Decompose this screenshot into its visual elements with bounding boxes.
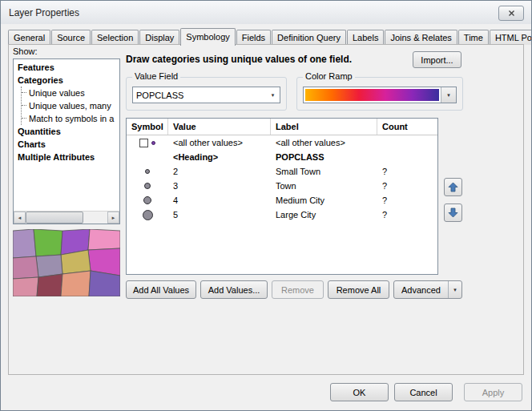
- table-header: Symbol Value Label Count: [127, 119, 437, 135]
- table-action-buttons: Add All Values Add Values... Remove Remo…: [126, 280, 462, 299]
- unique-values-table: Symbol Value Label Count <all other valu…: [126, 118, 438, 275]
- show-label: Show:: [13, 46, 38, 56]
- show-item-match-symbols[interactable]: Match to symbols in a: [22, 112, 119, 125]
- value-field-value: POPCLASS: [133, 91, 266, 100]
- chevron-down-icon[interactable]: ▼: [266, 87, 280, 103]
- apply-button: Apply: [464, 383, 522, 401]
- value-field-combobox[interactable]: POPCLASS ▼: [132, 87, 280, 103]
- table-row-4[interactable]: 4 Medium City ?: [127, 193, 437, 208]
- add-all-values-button[interactable]: Add All Values: [126, 280, 196, 299]
- map-preview: [13, 229, 120, 296]
- show-item-charts[interactable]: Charts: [14, 138, 119, 151]
- show-item-quantities[interactable]: Quantities: [14, 125, 119, 138]
- color-ramp-combobox[interactable]: ▼: [303, 87, 457, 103]
- column-header-count[interactable]: Count: [377, 119, 437, 135]
- tab-html-popup[interactable]: HTML Popup: [490, 30, 532, 45]
- table-row-all-other-values[interactable]: <all other values> <all other values>: [127, 135, 437, 150]
- scrollbar-thumb[interactable]: [26, 212, 83, 224]
- show-item-features[interactable]: Features: [14, 61, 119, 74]
- move-up-button[interactable]: [444, 178, 462, 196]
- tab-source[interactable]: Source: [51, 30, 91, 45]
- color-ramp-group: Color Ramp ▼: [296, 77, 463, 111]
- move-down-button[interactable]: [444, 203, 462, 222]
- show-item-unique-values[interactable]: Unique values: [22, 87, 119, 99]
- layer-properties-dialog: Layer Properties General Source Selectio…: [0, 0, 532, 411]
- show-listbox: Features Categories Unique values Unique…: [13, 58, 120, 224]
- dialog-footer: OK Cancel Apply: [330, 383, 522, 401]
- import-button[interactable]: Import...: [413, 51, 461, 68]
- table-row-2[interactable]: 2 Small Town ?: [127, 164, 437, 179]
- advanced-button[interactable]: Advanced ▼: [393, 280, 462, 299]
- column-header-label[interactable]: Label: [271, 119, 377, 135]
- window-title: Layer Properties: [9, 7, 79, 18]
- categories-children: Unique values Unique values, many Match …: [21, 87, 119, 125]
- color-ramp-preview: [305, 89, 439, 101]
- titlebar[interactable]: Layer Properties: [1, 1, 531, 24]
- symbology-tab-page: Show: Features Categories Unique values …: [8, 44, 524, 375]
- point-symbol-icon[interactable]: [143, 210, 153, 220]
- arrow-down-icon: [448, 208, 458, 218]
- cancel-button[interactable]: Cancel: [394, 383, 453, 401]
- show-item-unique-values-many[interactable]: Unique values, many: [22, 99, 119, 112]
- page-title: Draw categories using unique values of o…: [126, 54, 406, 65]
- color-ramp-label: Color Ramp: [303, 71, 355, 81]
- tab-joins-relates[interactable]: Joins & Relates: [385, 30, 457, 45]
- arrow-up-icon: [448, 182, 458, 192]
- value-field-group: Value Field POPCLASS ▼: [126, 77, 287, 111]
- value-field-label: Value Field: [132, 71, 180, 81]
- tab-general[interactable]: General: [8, 30, 50, 45]
- show-item-multiple-attributes[interactable]: Multiple Attributes: [14, 151, 119, 163]
- point-symbol-icon[interactable]: [144, 183, 151, 189]
- point-symbol-icon[interactable]: [151, 141, 155, 145]
- chevron-down-icon[interactable]: ▼: [441, 87, 456, 103]
- tab-bar: General Source Selection Display Symbolo…: [8, 27, 524, 45]
- scroll-right-icon[interactable]: ►: [107, 212, 119, 224]
- chevron-down-icon[interactable]: ▼: [448, 281, 461, 298]
- tab-labels[interactable]: Labels: [347, 30, 384, 45]
- point-symbol-icon[interactable]: [145, 169, 150, 174]
- tab-definition-query[interactable]: Definition Query: [272, 30, 346, 45]
- tab-display[interactable]: Display: [139, 30, 179, 45]
- ok-button[interactable]: OK: [330, 383, 389, 401]
- tab-selection[interactable]: Selection: [91, 30, 139, 45]
- scrollbar-track[interactable]: [26, 212, 107, 224]
- scroll-left-icon[interactable]: ◄: [14, 212, 26, 224]
- remove-button: Remove: [272, 280, 324, 299]
- table-row-3[interactable]: 3 Town ?: [127, 179, 437, 193]
- remove-all-button[interactable]: Remove All: [328, 280, 389, 299]
- all-other-values-checkbox[interactable]: [139, 139, 148, 147]
- column-header-value[interactable]: Value: [168, 119, 271, 135]
- table-row-5[interactable]: 5 Large City ?: [127, 208, 437, 222]
- close-icon: [508, 10, 515, 17]
- close-button[interactable]: [498, 6, 524, 21]
- tab-time[interactable]: Time: [458, 30, 489, 45]
- tab-fields[interactable]: Fields: [236, 30, 271, 45]
- horizontal-scrollbar[interactable]: ◄ ►: [14, 211, 119, 224]
- tab-symbology[interactable]: Symbology: [180, 28, 235, 46]
- table-row-heading[interactable]: <Heading> POPCLASS: [127, 150, 437, 164]
- point-symbol-icon[interactable]: [143, 196, 151, 204]
- add-values-button[interactable]: Add Values...: [200, 280, 268, 299]
- show-item-categories[interactable]: Categories: [14, 74, 119, 87]
- column-header-symbol[interactable]: Symbol: [127, 119, 168, 135]
